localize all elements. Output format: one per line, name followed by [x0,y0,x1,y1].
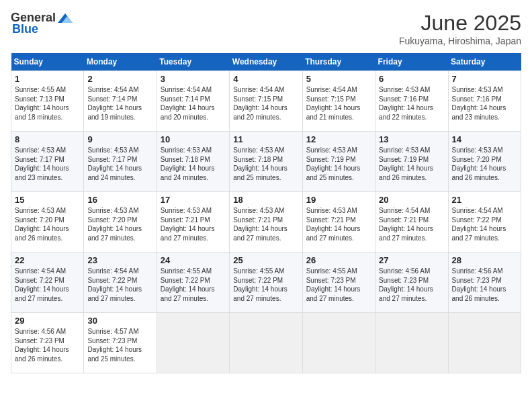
logo-icon [58,13,73,23]
day-info: Sunrise: 4:55 AMSunset: 7:13 PMDaylight:… [15,86,69,121]
day-number: 19 [306,195,371,205]
day-info: Sunrise: 4:55 AMSunset: 7:23 PMDaylight:… [306,267,361,302]
day-number: 26 [306,255,371,265]
table-row: 4 Sunrise: 4:54 AMSunset: 7:15 PMDayligh… [230,71,302,132]
table-row [448,313,521,373]
day-info: Sunrise: 4:53 AMSunset: 7:21 PMDaylight:… [306,207,361,242]
day-number: 2 [87,74,152,84]
day-number: 10 [161,134,226,144]
calendar-row: 22 Sunrise: 4:54 AMSunset: 7:22 PMDaylig… [11,253,521,313]
table-row: 16 Sunrise: 4:53 AMSunset: 7:20 PMDaylig… [84,192,157,253]
table-row: 28 Sunrise: 4:56 AMSunset: 7:23 PMDaylig… [448,253,521,313]
day-info: Sunrise: 4:53 AMSunset: 7:18 PMDaylight:… [161,146,215,181]
calendar-table: Sunday Monday Tuesday Wednesday Thursday… [11,53,521,373]
day-info: Sunrise: 4:56 AMSunset: 7:23 PMDaylight:… [15,328,69,363]
day-number: 5 [306,74,371,84]
day-number: 22 [15,255,80,265]
day-number: 6 [379,74,444,84]
logo-blue: Blue [12,22,38,36]
day-number: 7 [452,74,517,84]
location: Fukuyama, Hiroshima, Japan [399,36,521,46]
month-title: June 2025 [399,11,521,36]
day-info: Sunrise: 4:53 AMSunset: 7:17 PMDaylight:… [15,146,69,181]
calendar-row: 29 Sunrise: 4:56 AMSunset: 7:23 PMDaylig… [11,313,521,373]
day-info: Sunrise: 4:54 AMSunset: 7:14 PMDaylight:… [161,86,215,121]
day-number: 30 [87,316,152,326]
day-number: 13 [379,134,444,144]
day-info: Sunrise: 4:53 AMSunset: 7:19 PMDaylight:… [379,146,433,181]
table-row: 11 Sunrise: 4:53 AMSunset: 7:18 PMDaylig… [230,132,302,192]
table-row: 6 Sunrise: 4:53 AMSunset: 7:16 PMDayligh… [375,71,448,132]
day-info: Sunrise: 4:54 AMSunset: 7:22 PMDaylight:… [87,267,142,302]
calendar-row: 8 Sunrise: 4:53 AMSunset: 7:17 PMDayligh… [11,132,521,192]
col-tuesday: Tuesday [157,53,229,71]
table-row [375,313,448,373]
table-row: 8 Sunrise: 4:53 AMSunset: 7:17 PMDayligh… [11,132,84,192]
day-info: Sunrise: 4:53 AMSunset: 7:16 PMDaylight:… [452,86,506,121]
table-row: 1 Sunrise: 4:55 AMSunset: 7:13 PMDayligh… [11,71,84,132]
table-row: 18 Sunrise: 4:53 AMSunset: 7:21 PMDaylig… [230,192,302,253]
day-number: 25 [233,255,298,265]
table-row: 17 Sunrise: 4:53 AMSunset: 7:21 PMDaylig… [157,192,229,253]
col-friday: Friday [375,53,448,71]
title-block: June 2025 Fukuyama, Hiroshima, Japan [399,11,521,46]
day-info: Sunrise: 4:54 AMSunset: 7:22 PMDaylight:… [452,207,506,242]
day-info: Sunrise: 4:53 AMSunset: 7:20 PMDaylight:… [87,207,142,242]
table-row [302,313,375,373]
day-info: Sunrise: 4:57 AMSunset: 7:23 PMDaylight:… [87,328,142,363]
table-row: 27 Sunrise: 4:56 AMSunset: 7:23 PMDaylig… [375,253,448,313]
day-number: 20 [379,195,444,205]
day-number: 11 [233,134,298,144]
table-row: 3 Sunrise: 4:54 AMSunset: 7:14 PMDayligh… [157,71,229,132]
table-row: 26 Sunrise: 4:55 AMSunset: 7:23 PMDaylig… [302,253,375,313]
day-info: Sunrise: 4:54 AMSunset: 7:22 PMDaylight:… [15,267,69,302]
table-row: 21 Sunrise: 4:54 AMSunset: 7:22 PMDaylig… [448,192,521,253]
day-info: Sunrise: 4:56 AMSunset: 7:23 PMDaylight:… [452,267,506,302]
day-number: 28 [452,255,517,265]
table-row: 13 Sunrise: 4:53 AMSunset: 7:19 PMDaylig… [375,132,448,192]
day-info: Sunrise: 4:53 AMSunset: 7:21 PMDaylight:… [161,207,215,242]
table-row: 24 Sunrise: 4:55 AMSunset: 7:22 PMDaylig… [157,253,229,313]
day-number: 14 [452,134,517,144]
day-info: Sunrise: 4:53 AMSunset: 7:20 PMDaylight:… [15,207,69,242]
day-info: Sunrise: 4:53 AMSunset: 7:16 PMDaylight:… [379,86,433,121]
day-number: 18 [233,195,298,205]
calendar-row: 1 Sunrise: 4:55 AMSunset: 7:13 PMDayligh… [11,71,521,132]
day-info: Sunrise: 4:55 AMSunset: 7:22 PMDaylight:… [233,267,287,302]
col-thursday: Thursday [302,53,375,71]
day-number: 17 [161,195,226,205]
day-number: 16 [87,195,152,205]
col-saturday: Saturday [448,53,521,71]
day-number: 15 [15,195,80,205]
day-info: Sunrise: 4:53 AMSunset: 7:19 PMDaylight:… [306,146,361,181]
day-number: 8 [15,134,80,144]
day-info: Sunrise: 4:56 AMSunset: 7:23 PMDaylight:… [379,267,433,302]
table-row [157,313,229,373]
table-row: 12 Sunrise: 4:53 AMSunset: 7:19 PMDaylig… [302,132,375,192]
table-row [230,313,302,373]
day-number: 4 [233,74,298,84]
table-row: 29 Sunrise: 4:56 AMSunset: 7:23 PMDaylig… [11,313,84,373]
table-row: 25 Sunrise: 4:55 AMSunset: 7:22 PMDaylig… [230,253,302,313]
day-info: Sunrise: 4:53 AMSunset: 7:20 PMDaylight:… [452,146,506,181]
day-info: Sunrise: 4:55 AMSunset: 7:22 PMDaylight:… [161,267,215,302]
col-sunday: Sunday [11,53,84,71]
table-row: 23 Sunrise: 4:54 AMSunset: 7:22 PMDaylig… [84,253,157,313]
day-info: Sunrise: 4:53 AMSunset: 7:18 PMDaylight:… [233,146,287,181]
col-wednesday: Wednesday [230,53,302,71]
table-row: 10 Sunrise: 4:53 AMSunset: 7:18 PMDaylig… [157,132,229,192]
day-info: Sunrise: 4:54 AMSunset: 7:14 PMDaylight:… [87,86,142,121]
calendar-header-row: Sunday Monday Tuesday Wednesday Thursday… [11,53,521,71]
day-number: 9 [87,134,152,144]
table-row: 30 Sunrise: 4:57 AMSunset: 7:23 PMDaylig… [84,313,157,373]
table-row: 5 Sunrise: 4:54 AMSunset: 7:15 PMDayligh… [302,71,375,132]
table-row: 9 Sunrise: 4:53 AMSunset: 7:17 PMDayligh… [84,132,157,192]
day-info: Sunrise: 4:54 AMSunset: 7:15 PMDaylight:… [233,86,287,121]
table-row: 7 Sunrise: 4:53 AMSunset: 7:16 PMDayligh… [448,71,521,132]
table-row: 14 Sunrise: 4:53 AMSunset: 7:20 PMDaylig… [448,132,521,192]
table-row: 22 Sunrise: 4:54 AMSunset: 7:22 PMDaylig… [11,253,84,313]
day-number: 23 [87,255,152,265]
day-number: 27 [379,255,444,265]
day-info: Sunrise: 4:54 AMSunset: 7:15 PMDaylight:… [306,86,361,121]
page-header: General Blue June 2025 Fukuyama, Hiroshi… [11,11,521,46]
